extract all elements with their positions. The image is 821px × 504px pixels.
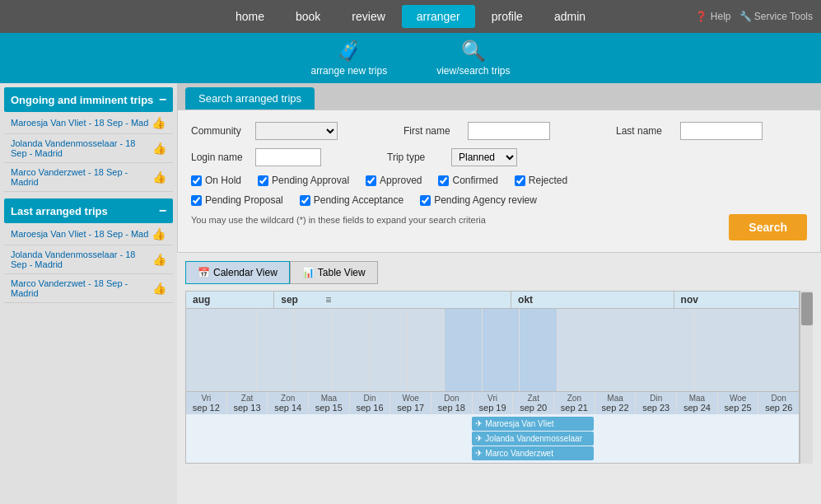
community-select[interactable] — [255, 122, 338, 140]
cal-col-sep18 — [445, 309, 483, 391]
month-sep: sep ≡ — [274, 292, 511, 308]
list-item[interactable]: Marco Vanderzwet - 18 Sep - Madrid 👍 — [4, 274, 173, 303]
checkbox-row-2: Pending Proposal Pending Acceptance Pend… — [191, 194, 807, 206]
list-item[interactable]: Jolanda Vandenmosselaar - 18 Sep - Madri… — [4, 245, 173, 274]
table-view-button[interactable]: 📊 Table View — [290, 261, 378, 284]
checkbox-onhold[interactable]: On Hold — [191, 175, 241, 186]
trip-item-2[interactable]: ✈ Jolanda Vandenmosselaar — [472, 432, 594, 446]
search-arranged-trips-tab[interactable]: Search arranged trips — [185, 87, 315, 110]
loginname-input[interactable] — [255, 148, 321, 166]
checkbox-pending-approval[interactable]: Pending Approval — [258, 175, 349, 186]
trips-col: ✈ Maroesja Van Vliet ✈ Jolanda Vandenmos… — [470, 414, 595, 463]
list-item[interactable]: Marco Vanderzwet - 18 Sep - Madrid 👍 — [4, 163, 173, 192]
community-group: Community — [191, 122, 338, 140]
trip-items-area: ✈ Maroesja Van Vliet ✈ Jolanda Vandenmos… — [186, 414, 799, 463]
cal-day-5: Woesep 17 — [390, 392, 431, 414]
ongoing-trips-section: Ongoing and imminent trips − Maroesja Va… — [4, 87, 173, 192]
cal-col-aug — [186, 309, 257, 391]
cal-col-nov — [695, 309, 799, 391]
nav-book[interactable]: book — [281, 5, 335, 28]
trip-label: Jolanda Vandenmosselaar - 18 Sep - Madri… — [11, 138, 149, 158]
cal-day-4: Dinsep 16 — [350, 392, 391, 414]
main-layout: Ongoing and imminent trips − Maroesja Va… — [0, 83, 821, 504]
trip-name-3: Marco Vanderzwet — [485, 449, 553, 458]
month-aug: aug — [186, 292, 274, 308]
cal-day-0: Vrisep 12 — [186, 392, 227, 414]
firstname-group: First name — [404, 122, 550, 140]
calendar-view-button[interactable]: 📅 Calendar View — [185, 261, 290, 284]
list-item[interactable]: Jolanda Vandenmosselaar - 18 Sep - Madri… — [4, 134, 173, 163]
view-search-trips-btn[interactable]: 🔍 view/search trips — [436, 40, 510, 77]
arrange-new-trips-btn[interactable]: 🧳 arrange new trips — [310, 40, 387, 77]
search-form: Community First name Last name Login nam… — [177, 110, 821, 253]
trip-name-2: Jolanda Vandenmosselaar — [485, 434, 582, 443]
checkbox-rejected-input[interactable] — [515, 175, 525, 186]
luggage-icon: 🧳 — [337, 40, 362, 63]
calendar-container: aug sep ≡ okt nov — [185, 291, 813, 464]
calendar-months: aug sep ≡ okt nov — [186, 292, 799, 309]
calendar-scrollbar[interactable] — [800, 291, 813, 464]
checkbox-rejected[interactable]: Rejected — [515, 175, 567, 186]
top-right-tools: ❓ Help 🔧 Service Tools — [695, 11, 813, 22]
plane-icon: ✈ — [475, 418, 483, 429]
nav-admin[interactable]: admin — [539, 5, 600, 28]
checkbox-pending-proposal-input[interactable] — [191, 195, 202, 206]
cal-day-3: Maasep 15 — [309, 392, 350, 414]
calendar-days: Vrisep 12 Zatsep 13 Zonsep 14 Maasep 15 … — [186, 391, 799, 414]
service-tools-link[interactable]: 🔧 Service Tools — [739, 11, 814, 22]
calendar-grid: aug sep ≡ okt nov — [185, 291, 800, 464]
checkbox-confirmed[interactable]: Confirmed — [438, 175, 497, 186]
cal-col-sep4 — [370, 309, 408, 391]
checkbox-approved-input[interactable] — [366, 175, 376, 186]
checkbox-pending-agency[interactable]: Pending Agency review — [420, 194, 537, 206]
cal-col-sep3 — [332, 309, 370, 391]
community-label: Community — [191, 125, 249, 137]
menu-dots-icon: ≡ — [325, 294, 331, 306]
checkbox-confirmed-input[interactable] — [438, 175, 449, 186]
nav-arranger[interactable]: arranger — [402, 5, 475, 28]
calendar-icon: 📅 — [198, 267, 210, 278]
triptype-group: Trip type Planned All — [387, 148, 517, 166]
empty-before-trips — [186, 414, 470, 463]
trip-item-3[interactable]: ✈ Marco Vanderzwet — [472, 446, 594, 460]
cal-col-sep20 — [520, 309, 557, 391]
checkbox-onhold-input[interactable] — [191, 175, 202, 186]
cal-day-6: Donsep 18 — [431, 392, 473, 414]
nav-profile[interactable]: profile — [477, 5, 538, 28]
checkbox-row-1: On Hold Pending Approval Approved Confir… — [191, 175, 807, 186]
cal-day-2: Zonsep 14 — [268, 392, 309, 414]
lastname-group: Last name — [616, 122, 763, 140]
plane-icon: ✈ — [475, 448, 483, 459]
checkbox-pending-agency-input[interactable] — [420, 195, 431, 206]
cal-col-sep5 — [408, 309, 445, 391]
checkbox-pending-approval-input[interactable] — [258, 175, 268, 186]
firstname-input[interactable] — [468, 122, 550, 140]
ongoing-trips-collapse[interactable]: − — [159, 92, 166, 107]
lastname-input[interactable] — [680, 122, 763, 140]
triptype-select[interactable]: Planned All — [451, 148, 517, 166]
cal-day-9: Zonsep 21 — [554, 392, 595, 414]
table-icon: 📊 — [302, 267, 315, 278]
last-arranged-collapse[interactable]: − — [159, 203, 166, 218]
calendar-view-label: Calendar View — [213, 267, 278, 278]
sub-navigation: 🧳 arrange new trips 🔍 view/search trips — [0, 33, 821, 83]
checkbox-approved[interactable]: Approved — [366, 175, 422, 186]
scroll-thumb[interactable] — [801, 292, 813, 325]
list-item[interactable]: Maroesja Van Vliet - 18 Sep - Mad 👍 — [4, 112, 173, 134]
cal-col-okt — [557, 309, 695, 391]
nav-home[interactable]: home — [221, 5, 279, 28]
trip-item-1[interactable]: ✈ Maroesja Van Vliet — [472, 417, 594, 431]
view-toggle: 📅 Calendar View 📊 Table View — [185, 261, 813, 284]
checkbox-pending-proposal[interactable]: Pending Proposal — [191, 194, 283, 206]
nav-review[interactable]: review — [337, 5, 399, 28]
month-nov: nov — [674, 292, 799, 308]
arrange-new-trips-label: arrange new trips — [310, 65, 387, 77]
cal-col-sep1 — [257, 309, 295, 391]
search-button[interactable]: Search — [729, 214, 807, 240]
checkbox-pending-acceptance[interactable]: Pending Acceptance — [300, 194, 404, 206]
help-link[interactable]: ❓ Help — [695, 11, 730, 22]
form-row-2: Login name Trip type Planned All — [191, 148, 807, 166]
checkbox-pending-acceptance-input[interactable] — [300, 195, 310, 206]
list-item[interactable]: Maroesja Van Vliet - 18 Sep - Mad 👍 — [4, 223, 173, 245]
hint-search-row: You may use the wildcard (*) in these fi… — [191, 214, 807, 240]
